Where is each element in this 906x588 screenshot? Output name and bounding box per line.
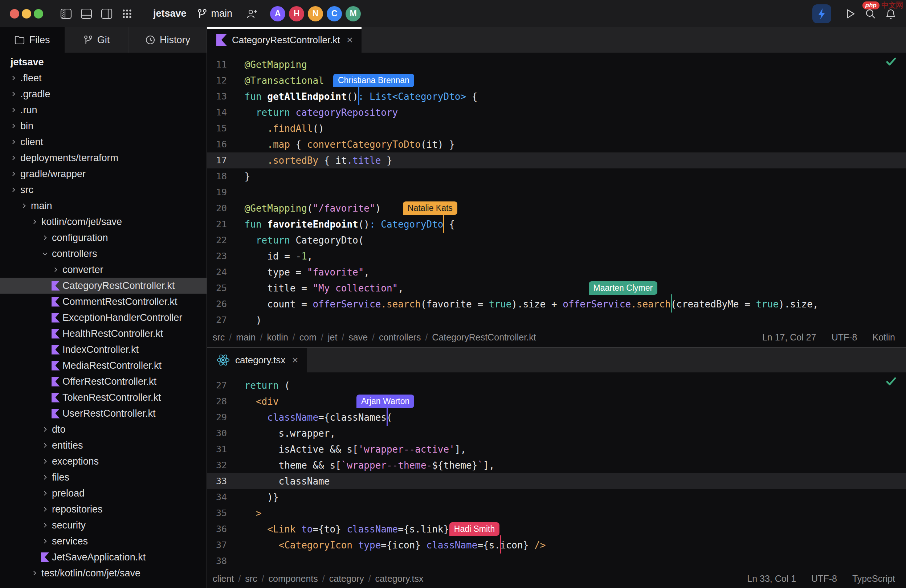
file-encoding[interactable]: UTF-8 (811, 574, 837, 584)
tree-item-categoryrestcontroller.kt[interactable]: CategoryRestController.kt (0, 278, 207, 294)
tree-item-gradle-wrapper[interactable]: gradle/wrapper (0, 166, 207, 182)
tree-item-.run[interactable]: .run (0, 102, 207, 118)
git-branch-selector[interactable]: main (197, 8, 233, 19)
tree-item-security[interactable]: security (0, 517, 207, 533)
code-line-11[interactable]: 11 @GetMapping (207, 57, 906, 73)
breadcrumb-segment[interactable]: client (213, 574, 234, 584)
close-icon[interactable]: × (347, 35, 353, 45)
breadcrumb-segment[interactable]: src (213, 332, 225, 343)
tree-item-configuration[interactable]: configuration (0, 230, 207, 246)
tab-history[interactable]: History (129, 27, 207, 53)
run-button[interactable] (842, 5, 858, 22)
tree-item-controllers[interactable]: controllers (0, 246, 207, 262)
toggle-bottom-panel-icon[interactable] (78, 5, 95, 22)
file-language[interactable]: Kotlin (872, 332, 895, 343)
code-line-38[interactable]: 38 (207, 553, 906, 569)
close-icon[interactable]: × (292, 355, 298, 365)
tree-item-main[interactable]: main (0, 198, 207, 214)
code-line-22[interactable]: 22 return CategoryDto( (207, 232, 906, 248)
tree-item-dto[interactable]: dto (0, 421, 207, 437)
code-line-24[interactable]: 24 type = "favorite", (207, 264, 906, 280)
maximize-window-button[interactable] (34, 9, 43, 19)
code-line-31[interactable]: 31 isActive && s['wrapper--active'], (207, 441, 906, 457)
code-line-28[interactable]: 28 <div (207, 394, 906, 410)
toggle-left-panel-icon[interactable] (58, 5, 74, 22)
breadcrumb-segment[interactable]: main (236, 332, 255, 343)
tree-item-files[interactable]: files (0, 469, 207, 485)
avatar-natalie-kats[interactable]: N (308, 6, 323, 21)
tree-item-healthrestcontroller.kt[interactable]: HealthRestController.kt (0, 325, 207, 341)
tree-item-.gradle[interactable]: .gradle (0, 86, 207, 102)
code-line-12[interactable]: 12 @Transactional (207, 73, 906, 89)
tree-item-tokenrestcontroller.kt[interactable]: TokenRestController.kt (0, 389, 207, 405)
code-line-36[interactable]: 36 <Link to={to} className={s.link}> (207, 521, 906, 537)
code-line-25[interactable]: 25 title = "My collection", (207, 280, 906, 296)
code-line-14[interactable]: 14 return categoryRepository (207, 105, 906, 121)
toggle-right-panel-icon[interactable] (98, 5, 115, 22)
workspaces-grid-icon[interactable] (119, 5, 136, 22)
code-line-20[interactable]: 20 @GetMapping("/favorite") (207, 200, 906, 216)
code-line-23[interactable]: 23 id = -1, (207, 248, 906, 264)
breadcrumb-segment[interactable]: category.tsx (375, 574, 424, 584)
tree-item-src[interactable]: src (0, 182, 207, 198)
file-language[interactable]: TypeScript (852, 574, 895, 584)
tree-item-entities[interactable]: entities (0, 437, 207, 453)
tree-item-converter[interactable]: converter (0, 262, 207, 278)
caret-position[interactable]: Ln 33, Col 1 (747, 574, 796, 584)
code-line-16[interactable]: 16 .map { convertCategoryToDto(it) } (207, 137, 906, 153)
breadcrumb-segment[interactable]: save (348, 332, 368, 343)
tree-item-bin[interactable]: bin (0, 118, 207, 134)
code-line-15[interactable]: 15 .findAll() (207, 121, 906, 137)
tree-item-offerrestcontroller.kt[interactable]: OfferRestController.kt (0, 373, 207, 389)
breadcrumb-segment[interactable]: category (329, 574, 364, 584)
tree-item-preload[interactable]: preload (0, 485, 207, 501)
code-line-21[interactable]: 21 fun favoriteEndpoint(): CategoryDto { (207, 216, 906, 232)
code-line-18[interactable]: 18 } (207, 169, 906, 184)
project-name[interactable]: jetsave (153, 8, 187, 19)
tree-item-mediarestcontroller.kt[interactable]: MediaRestController.kt (0, 357, 207, 373)
tree-item-services[interactable]: services (0, 533, 207, 549)
code-line-32[interactable]: 32 theme && s[`wrapper--theme-${theme}`]… (207, 457, 906, 473)
breadcrumb-segment[interactable]: kotlin (267, 332, 288, 343)
tree-root-jetsave[interactable]: jetsave (0, 54, 207, 70)
editor-tab-category.tsx[interactable]: category.tsx× (207, 348, 307, 372)
code-line-19[interactable]: 19 (207, 184, 906, 200)
tree-item-userrestcontroller.kt[interactable]: UserRestController.kt (0, 405, 207, 421)
tree-item-repositories[interactable]: repositories (0, 501, 207, 517)
code-line-17[interactable]: 17 .sortedBy { it.title } (207, 153, 906, 169)
code-line-26[interactable]: 26 count = offerService.search(favorite … (207, 296, 906, 312)
tree-item-exceptionhandlercontroller[interactable]: ExceptionHandlerController (0, 310, 207, 325)
code-line-13[interactable]: 13 fun getAllEndpoint(): List<CategoryDt… (207, 89, 906, 105)
avatar-hadi-smith[interactable]: H (289, 6, 304, 21)
file-encoding[interactable]: UTF-8 (832, 332, 857, 343)
breadcrumb-segment[interactable]: src (245, 574, 257, 584)
minimize-window-button[interactable] (22, 9, 31, 19)
tree-item-client[interactable]: client (0, 134, 207, 150)
breadcrumb-segment[interactable]: controllers (379, 332, 421, 343)
code-line-27[interactable]: 27 return ( (207, 378, 906, 394)
code-line-35[interactable]: 35 > (207, 505, 906, 521)
code-editor-CategoryRestController.kt[interactable]: 11 @GetMapping12 @Transactional13 fun ge… (207, 53, 906, 327)
tree-item-kotlin-com-jet-save[interactable]: kotlin/com/jet/save (0, 214, 207, 230)
tree-item-deployments-terraform[interactable]: deployments/terraform (0, 150, 207, 166)
tree-item-.fleet[interactable]: .fleet (0, 70, 207, 86)
close-window-button[interactable] (10, 9, 19, 19)
collaboration-active-button[interactable] (812, 4, 831, 23)
caret-position[interactable]: Ln 17, Col 27 (762, 332, 816, 343)
code-editor-category.tsx[interactable]: 27 return (28 <div29 className={classNam… (207, 372, 906, 569)
code-line-33[interactable]: 33 className (207, 473, 906, 489)
code-line-37[interactable]: 37 <CategoryIcon type={icon} className={… (207, 537, 906, 553)
avatar-christiana-brennan[interactable]: C (327, 6, 342, 21)
tree-item-exceptions[interactable]: exceptions (0, 453, 207, 469)
avatar-maarten-clymer[interactable]: M (346, 6, 361, 21)
code-line-34[interactable]: 34 )} (207, 489, 906, 505)
breadcrumb-segment[interactable]: CategoryRestController.kt (432, 332, 536, 343)
tree-item-indexcontroller.kt[interactable]: IndexController.kt (0, 341, 207, 357)
code-line-30[interactable]: 30 s.wrapper, (207, 425, 906, 441)
tab-git[interactable]: Git (65, 27, 129, 53)
avatar-arjan-warton[interactable]: A (270, 6, 285, 21)
code-line-29[interactable]: 29 className={classNames( (207, 410, 906, 425)
breadcrumb-segment[interactable]: jet (328, 332, 337, 343)
tab-files[interactable]: Files (0, 27, 65, 53)
breadcrumb-segment[interactable]: com (300, 332, 316, 343)
